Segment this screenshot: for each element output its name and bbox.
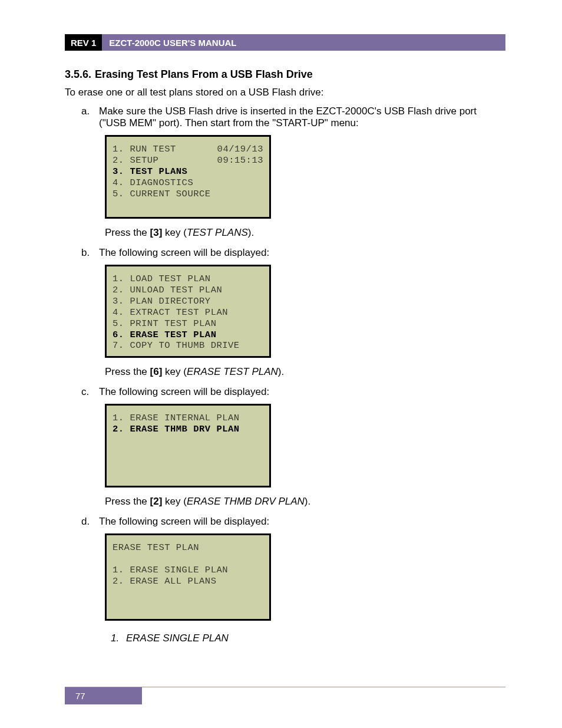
- intro-text: To erase one or all test plans stored on…: [65, 87, 505, 98]
- lcd-line: 4. DIAGNOSTICS: [113, 177, 263, 189]
- lcd-title-line: ERASE TEST PLAN: [113, 542, 263, 554]
- document-page: REV 1 EZCT-2000C USER'S MANUAL 3.5.6. Er…: [0, 0, 562, 728]
- step-a: a. Make sure the USB Flash drive is inse…: [81, 106, 505, 129]
- revision-badge: REV 1: [65, 34, 102, 51]
- step-body: The following screen will be displayed:: [99, 386, 505, 398]
- section-number: 3.5.6.: [65, 68, 91, 81]
- lcd-line: 1. RUN TEST: [113, 144, 217, 155]
- page-number: 77: [65, 687, 142, 704]
- lcd-line: 5. CURRENT SOURCE: [113, 189, 263, 200]
- step-body: The following screen will be displayed:: [99, 247, 505, 259]
- menu-reference: TEST PLANS: [187, 227, 248, 238]
- manual-title: EZCT-2000C USER'S MANUAL: [102, 34, 505, 51]
- press-instruction: Press the [3] key (TEST PLANS).: [105, 227, 505, 239]
- lcd-line: 2. UNLOAD TEST PLAN: [113, 285, 263, 296]
- sub-step-1: 1. ERASE SINGLE PLAN: [111, 633, 505, 644]
- lcd-line-selected: 2. ERASE THMB DRV PLAN: [113, 424, 263, 435]
- section-heading: 3.5.6. Erasing Test Plans From a USB Fla…: [65, 68, 505, 81]
- lcd-screen-erase-plan: ERASE TEST PLAN 1. ERASE SINGLE PLAN 2. …: [105, 533, 271, 621]
- lcd-line: 5. PRINT TEST PLAN: [113, 318, 263, 330]
- lcd-screen-erase-source: 1. ERASE INTERNAL PLAN 2. ERASE THMB DRV…: [105, 404, 271, 487]
- press-instruction: Press the [6] key (ERASE TEST PLAN).: [105, 366, 505, 378]
- step-letter: c.: [81, 386, 99, 398]
- step-c: c. The following screen will be displaye…: [81, 386, 505, 398]
- lcd-date: 04/19/13: [217, 144, 263, 155]
- step-b: b. The following screen will be displaye…: [81, 247, 505, 259]
- lcd-time: 09:15:13: [217, 155, 263, 166]
- key-label: [2]: [150, 496, 163, 507]
- menu-reference: ERASE THMB DRV PLAN: [187, 496, 305, 507]
- lcd-line: 1. ERASE SINGLE PLAN: [113, 565, 263, 576]
- lcd-screen-startup: 1. RUN TEST04/19/13 2. SETUP09:15:13 3. …: [105, 135, 271, 219]
- lcd-line-selected: 3. TEST PLANS: [113, 166, 263, 177]
- step-letter: b.: [81, 247, 99, 259]
- lcd-line: 2. SETUP: [113, 155, 217, 166]
- header-bar: REV 1 EZCT-2000C USER'S MANUAL: [65, 34, 505, 51]
- lcd-line: 1. ERASE INTERNAL PLAN: [113, 413, 263, 424]
- lcd-line: 2. ERASE ALL PLANS: [113, 576, 263, 587]
- lcd-line: 4. EXTRACT TEST PLAN: [113, 307, 263, 318]
- lcd-line-selected: 6. ERASE TEST PLAN: [113, 330, 263, 341]
- step-d: d. The following screen will be displaye…: [81, 516, 505, 528]
- key-label: [3]: [150, 227, 163, 238]
- sub-step-number: 1.: [111, 633, 126, 644]
- lcd-screen-testplans: 1. LOAD TEST PLAN 2. UNLOAD TEST PLAN 3.…: [105, 265, 271, 358]
- step-letter: d.: [81, 516, 99, 528]
- menu-reference: ERASE TEST PLAN: [187, 366, 278, 377]
- sub-step-text: ERASE SINGLE PLAN: [126, 633, 229, 644]
- press-instruction: Press the [2] key (ERASE THMB DRV PLAN).: [105, 496, 505, 508]
- step-letter: a.: [81, 106, 99, 129]
- section-title: Erasing Test Plans From a USB Flash Driv…: [95, 68, 313, 81]
- page-footer: 77: [65, 687, 505, 704]
- key-label: [6]: [150, 366, 163, 377]
- lcd-line: 1. LOAD TEST PLAN: [113, 274, 263, 285]
- lcd-line: 7. COPY TO THUMB DRIVE: [113, 340, 263, 351]
- step-body: Make sure the USB Flash drive is inserte…: [99, 106, 505, 129]
- step-body: The following screen will be displayed:: [99, 516, 505, 528]
- lcd-line: 3. PLAN DIRECTORY: [113, 296, 263, 307]
